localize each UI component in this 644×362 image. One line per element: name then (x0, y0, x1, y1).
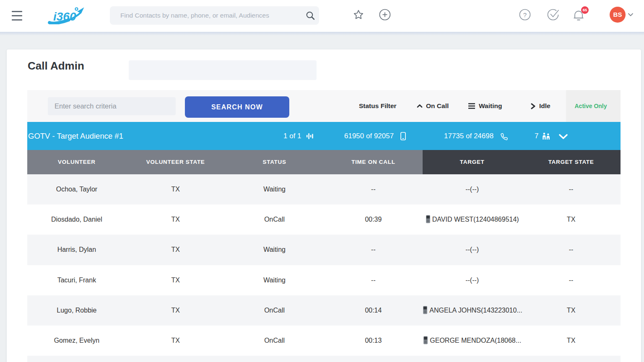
svg-text:?: ? (523, 11, 527, 18)
svg-text:i360: i360 (53, 10, 76, 23)
